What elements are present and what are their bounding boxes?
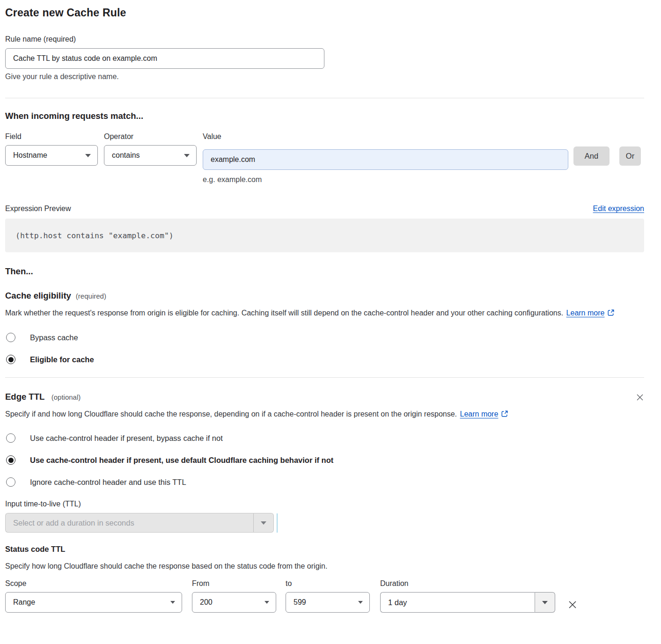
- field-select[interactable]: Hostname: [5, 145, 98, 166]
- scope-label: Scope: [5, 579, 182, 588]
- status-code-ttl-row: Scope Range From 200 to 599 Duration: [5, 579, 644, 613]
- radio-bypass-cache[interactable]: Bypass cache: [5, 333, 644, 342]
- expression-code-block: (http.host contains "example.com"): [5, 219, 644, 252]
- scope-select[interactable]: Range: [5, 592, 182, 613]
- to-label: to: [286, 579, 370, 588]
- chevron-down-icon: [85, 154, 91, 157]
- radio-selected-icon[interactable]: [6, 355, 15, 364]
- external-link-icon: [607, 307, 615, 321]
- match-condition-row: Field Hostname Operator contains Value e…: [5, 132, 644, 184]
- rule-name-label: Rule name (required): [5, 35, 644, 44]
- edge-ttl-description: Specify if and how long Cloudflare shoul…: [5, 408, 520, 422]
- then-heading: Then...: [5, 266, 644, 277]
- or-button[interactable]: Or: [619, 146, 641, 166]
- text-cursor: [277, 513, 278, 533]
- scope-select-value: Range: [13, 598, 35, 607]
- expression-preview-label: Expression Preview: [5, 205, 71, 213]
- rule-name-input[interactable]: [5, 48, 324, 69]
- duration-dropdown-button[interactable]: [535, 592, 555, 613]
- radio-ignore-cache-control[interactable]: Ignore cache-control header and use this…: [5, 477, 644, 487]
- operator-select[interactable]: contains: [104, 145, 197, 166]
- chevron-down-icon: [170, 601, 175, 604]
- to-select-value: 599: [294, 598, 306, 607]
- status-code-ttl-description: Specify how long Cloudflare should cache…: [5, 560, 644, 573]
- edge-ttl-heading: Edge TTL: [5, 392, 44, 402]
- radio-cache-control-default[interactable]: Use cache-control header if present, use…: [5, 455, 644, 465]
- radio-cache-control-bypass[interactable]: Use cache-control header if present, byp…: [5, 433, 644, 443]
- ttl-duration-input[interactable]: [5, 513, 253, 533]
- from-select-value: 200: [200, 598, 213, 607]
- chevron-down-icon: [184, 154, 190, 157]
- operator-select-value: contains: [112, 151, 140, 160]
- field-select-value: Hostname: [13, 151, 47, 160]
- required-tag: (required): [76, 292, 106, 300]
- section-divider: [5, 377, 644, 378]
- from-label: From: [192, 579, 276, 588]
- external-link-icon: [501, 409, 508, 422]
- chevron-down-icon: [264, 601, 269, 604]
- close-icon[interactable]: [636, 393, 644, 403]
- duration-label: Duration: [380, 579, 555, 588]
- rule-name-helper: Give your rule a descriptive name.: [5, 73, 644, 81]
- cache-eligibility-description: Mark whether the request's response from…: [5, 307, 644, 321]
- ttl-input-label: Input time-to-live (TTL): [5, 500, 644, 508]
- value-input[interactable]: [203, 149, 568, 170]
- radio-eligible-for-cache[interactable]: Eligible for cache: [5, 355, 644, 364]
- cache-eligibility-header: Cache eligibility (required): [5, 291, 644, 301]
- duration-combo: [380, 592, 555, 613]
- radio-icon[interactable]: [6, 333, 15, 342]
- learn-more-link[interactable]: Learn more: [460, 410, 499, 418]
- match-heading: When incoming requests match...: [5, 111, 644, 121]
- to-select[interactable]: 599: [286, 592, 370, 613]
- operator-label: Operator: [104, 132, 197, 141]
- radio-selected-icon[interactable]: [6, 455, 15, 465]
- optional-tag: (optional): [51, 393, 81, 401]
- section-divider: [5, 98, 644, 98]
- expression-code: (http.host contains "example.com"): [15, 231, 174, 240]
- page-title: Create new Cache Rule: [5, 7, 644, 19]
- chevron-down-icon: [542, 601, 548, 604]
- edge-ttl-header: Edge TTL (optional): [5, 392, 81, 402]
- radio-icon[interactable]: [6, 477, 15, 487]
- cache-eligibility-heading: Cache eligibility: [5, 291, 71, 301]
- field-label: Field: [5, 132, 98, 141]
- status-code-ttl-heading: Status code TTL: [5, 545, 644, 554]
- chevron-down-icon: [358, 601, 363, 604]
- value-label: Value: [203, 132, 568, 141]
- ttl-duration-combo: [5, 513, 644, 533]
- delete-row-icon[interactable]: [567, 599, 578, 612]
- value-helper: e.g. example.com: [203, 176, 568, 184]
- radio-icon[interactable]: [6, 433, 15, 443]
- and-button[interactable]: And: [573, 146, 610, 166]
- from-select[interactable]: 200: [192, 592, 276, 613]
- edit-expression-link[interactable]: Edit expression: [593, 205, 644, 213]
- duration-input[interactable]: [380, 592, 535, 613]
- ttl-dropdown-button[interactable]: [253, 513, 274, 533]
- chevron-down-icon: [261, 521, 266, 525]
- learn-more-link[interactable]: Learn more: [566, 309, 605, 317]
